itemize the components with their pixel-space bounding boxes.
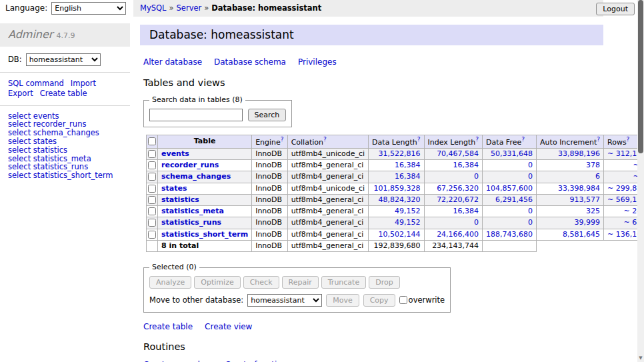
table-name-link[interactable]: schema_changes — [161, 172, 231, 181]
auto-increment-link[interactable]: 8,581,645 — [563, 230, 600, 239]
help-link[interactable]: ? — [417, 136, 421, 143]
table-name-link[interactable]: statistics_runs — [161, 218, 221, 227]
data-length-link[interactable]: 49,152 — [395, 218, 421, 227]
scrollbar-down-arrow[interactable]: ▼ — [637, 354, 644, 362]
auto-increment-link[interactable]: 33,898,196 — [558, 149, 600, 158]
auto-increment-link[interactable]: 33,398,984 — [558, 184, 600, 193]
table-name-link[interactable]: recorder_runs — [161, 161, 219, 169]
adminer-logo-link[interactable]: Adminer — [8, 28, 53, 41]
alter-database-link[interactable]: Alter database — [143, 57, 202, 67]
auto-increment-link[interactable]: 39,999 — [575, 218, 601, 227]
data-free-cell: 6,291,456 — [483, 194, 537, 205]
data-length-link[interactable]: 31,522,816 — [379, 149, 421, 158]
table-name-link[interactable]: statistics_short_term — [33, 171, 113, 180]
help-link[interactable]: ? — [281, 136, 284, 143]
breadcrumb-server-link[interactable]: Server — [177, 3, 202, 13]
repair-button[interactable]: Repair — [282, 276, 319, 289]
breadcrumb-mysql-link[interactable]: MySQL — [140, 3, 167, 13]
data-free-link[interactable]: 0 — [528, 161, 533, 169]
row-checkbox[interactable] — [148, 196, 156, 204]
import-link[interactable]: Import — [71, 79, 96, 88]
index-length-link[interactable]: 67,256,320 — [437, 184, 479, 193]
table-name-link[interactable]: statistics_meta — [161, 207, 224, 215]
select-link[interactable]: select — [8, 171, 31, 180]
table-name-link[interactable]: events — [161, 149, 189, 158]
auto-increment-link[interactable]: 6 — [595, 172, 600, 181]
auto-increment-link[interactable]: 913,577 — [570, 195, 601, 204]
table-name-link[interactable]: states — [161, 184, 187, 193]
create-view-link[interactable]: Create view — [205, 322, 252, 331]
table-name-cell: events — [158, 148, 252, 159]
overwrite-checkbox[interactable] — [399, 296, 407, 304]
create-table-link[interactable]: Create table — [143, 322, 193, 331]
page-title: Database: homeassistant — [140, 25, 603, 45]
index-length-link[interactable]: 0 — [474, 218, 479, 227]
select-all-checkbox[interactable] — [148, 137, 156, 145]
index-length-link[interactable]: 72,220,672 — [437, 195, 479, 204]
row-checkbox[interactable] — [148, 161, 156, 169]
data-length-link[interactable]: 101,859,328 — [374, 184, 421, 193]
row-checkbox[interactable] — [148, 173, 156, 181]
database-schema-link[interactable]: Database schema — [214, 57, 286, 67]
data-free-cell: 0 — [483, 206, 537, 217]
analyze-button[interactable]: Analyze — [149, 276, 191, 289]
sql-command-link[interactable]: SQL command — [8, 79, 64, 88]
privileges-link[interactable]: Privileges — [298, 57, 337, 67]
data-free-link[interactable]: 6,291,456 — [495, 195, 533, 204]
row-checkbox-cell — [147, 171, 158, 183]
help-link[interactable]: ? — [521, 136, 525, 143]
copy-button[interactable]: Copy — [363, 294, 395, 307]
data-free-link[interactable]: 50,331,648 — [491, 149, 533, 158]
row-checkbox[interactable] — [148, 231, 156, 239]
scrollbar[interactable]: ▼ — [637, 0, 644, 362]
move-db-select[interactable]: homeassistant — [247, 294, 322, 307]
export-link[interactable]: Export — [8, 89, 33, 98]
data-free-link[interactable]: 0 — [528, 172, 533, 181]
help-link[interactable]: ? — [597, 136, 600, 143]
auto-increment-link[interactable]: 325 — [586, 207, 600, 215]
move-button[interactable]: Move — [326, 294, 359, 307]
logout-button[interactable]: Logout — [596, 3, 635, 15]
data-free-link[interactable]: 0 — [528, 218, 533, 227]
data-length-link[interactable]: 48,824,320 — [379, 195, 421, 204]
help-link[interactable]: ? — [323, 136, 327, 143]
help-link[interactable]: ? — [475, 136, 479, 143]
data-length-link[interactable]: 49,152 — [395, 207, 421, 215]
row-checkbox[interactable] — [148, 150, 156, 158]
data-length-link[interactable]: 16,384 — [395, 161, 421, 169]
data-free-link[interactable]: 104,857,600 — [486, 184, 533, 193]
row-checkbox[interactable] — [148, 185, 156, 193]
row-checkbox[interactable] — [148, 219, 156, 227]
table-name-cell: statistics_meta — [158, 206, 252, 217]
data-free-link[interactable]: 188,743,680 — [486, 230, 533, 239]
drop-button[interactable]: Drop — [369, 276, 399, 289]
data-length-link[interactable]: 10,502,144 — [379, 230, 421, 239]
index-length-link[interactable]: 70,467,584 — [437, 149, 479, 158]
data-free-cell: 188,743,680 — [483, 229, 537, 240]
auto-increment-link[interactable]: 378 — [586, 161, 600, 169]
search-legend: Search data in tables (8) — [149, 95, 245, 105]
truncate-button[interactable]: Truncate — [321, 276, 366, 289]
language-select[interactable]: English — [51, 2, 126, 15]
check-button[interactable]: Check — [243, 276, 279, 289]
data-length-cell: 31,522,816 — [369, 148, 424, 159]
index-length-link[interactable]: 24,166,400 — [437, 230, 479, 239]
table-name-link[interactable]: statistics_short_term — [161, 230, 248, 239]
logout-area: Logout — [596, 3, 635, 15]
row-checkbox[interactable] — [148, 207, 156, 215]
scrollbar-thumb[interactable] — [638, 0, 643, 153]
search-button[interactable]: Search — [248, 109, 287, 121]
db-select[interactable]: homeassistant — [26, 53, 101, 66]
data-length-link[interactable]: 16,384 — [395, 172, 421, 181]
help-link[interactable]: ? — [627, 136, 630, 143]
index-length-link[interactable]: 16,384 — [453, 161, 479, 169]
index-length-link[interactable]: 0 — [474, 172, 479, 181]
index-length-link[interactable]: 16,384 — [453, 207, 479, 215]
table-name-link[interactable]: statistics — [161, 195, 199, 204]
row-checkbox-cell — [147, 148, 158, 159]
overwrite-option[interactable]: overwrite — [399, 295, 445, 305]
create-table-link[interactable]: Create table — [40, 89, 87, 98]
data-free-link[interactable]: 0 — [528, 207, 533, 215]
search-input[interactable] — [149, 109, 243, 121]
optimize-button[interactable]: Optimize — [194, 276, 240, 289]
